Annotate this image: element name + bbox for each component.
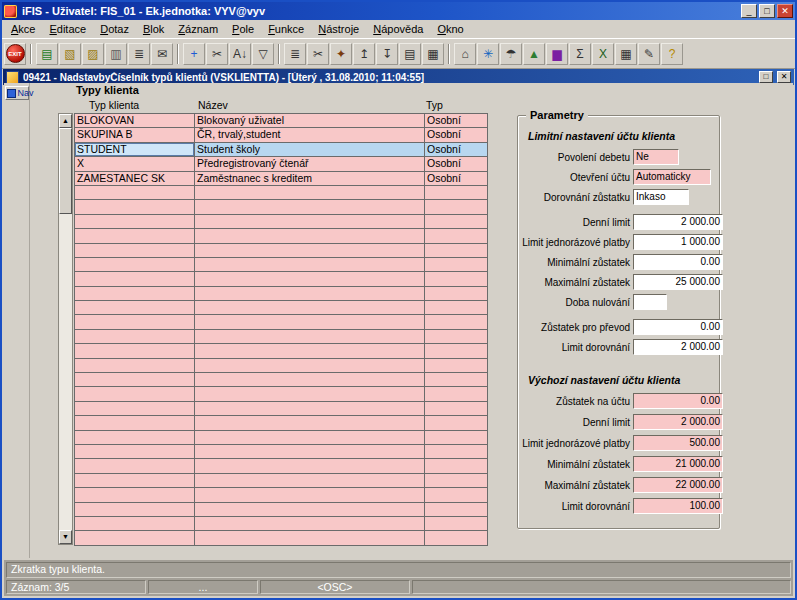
table-cell[interactable]	[425, 517, 488, 531]
close-button[interactable]: ✕	[777, 4, 793, 18]
accept-button[interactable]: ▤	[36, 43, 58, 65]
sum-button[interactable]: Σ	[569, 43, 591, 65]
table-cell[interactable]	[195, 229, 425, 243]
table-scrollbar[interactable]: ▲ ▼	[58, 113, 73, 545]
table-cell[interactable]	[75, 373, 195, 387]
table-cell[interactable]	[195, 402, 425, 416]
save-button[interactable]: ▨	[82, 43, 104, 65]
field-limit-dorovnani[interactable]: 2 000.00	[633, 339, 723, 355]
table-cell[interactable]	[195, 445, 425, 459]
table-cell[interactable]	[425, 459, 488, 473]
table-cell[interactable]	[425, 315, 488, 329]
table-cell[interactable]: Osobní	[425, 143, 488, 157]
delete-record-button[interactable]: ✂	[206, 43, 228, 65]
excel-export-button[interactable]: X	[592, 43, 614, 65]
menu-dotaz[interactable]: Dotaz	[93, 21, 136, 37]
edit-button[interactable]: ✎	[638, 43, 660, 65]
table-cell[interactable]	[75, 387, 195, 401]
calendar-button[interactable]: ▦	[615, 43, 637, 65]
table-cell[interactable]	[195, 200, 425, 214]
table-cell[interactable]	[425, 272, 488, 286]
print-list-button[interactable]: ≣	[284, 43, 306, 65]
menu-zaznam[interactable]: Záznam	[171, 21, 225, 37]
table-cell[interactable]	[195, 244, 425, 258]
field-zustatek-na-uctu[interactable]: 0.00	[633, 393, 723, 409]
table-cell[interactable]	[75, 459, 195, 473]
table-cell[interactable]	[195, 359, 425, 373]
menu-blok[interactable]: Blok	[136, 21, 171, 37]
mdi-close-button[interactable]: ✕	[777, 71, 791, 83]
table-cell[interactable]	[75, 445, 195, 459]
organizer-button[interactable]: ⌂	[454, 43, 476, 65]
table-cell[interactable]	[75, 474, 195, 488]
table-cell[interactable]: X	[75, 157, 195, 171]
menu-napoveda[interactable]: Nápověda	[366, 21, 430, 37]
table-cell[interactable]	[75, 200, 195, 214]
mdi-restore-button[interactable]: □	[759, 71, 773, 83]
table-cell[interactable]	[425, 416, 488, 430]
menu-pole[interactable]: Pole	[225, 21, 261, 37]
field-zustatek-pro-prevod[interactable]: 0.00	[633, 319, 723, 335]
table-cell[interactable]: Student školy	[195, 143, 425, 157]
table-cell[interactable]	[195, 387, 425, 401]
menu-okno[interactable]: Okno	[430, 21, 470, 37]
minimize-button[interactable]: _	[741, 4, 757, 18]
rollback-button[interactable]: ▥	[105, 43, 127, 65]
table-cell[interactable]	[425, 402, 488, 416]
table-cell[interactable]: BLOKOVAN	[75, 114, 195, 128]
print-button[interactable]: ≣	[128, 43, 150, 65]
open-folder-button[interactable]: ▧	[59, 43, 81, 65]
table-cell[interactable]	[75, 431, 195, 445]
table-cell[interactable]: Osobní	[425, 157, 488, 171]
cut-button[interactable]: ✂	[307, 43, 329, 65]
list-values-button[interactable]: ▤	[399, 43, 421, 65]
table-cell[interactable]	[425, 258, 488, 272]
nav-button[interactable]: Nav	[5, 86, 29, 100]
table-cell[interactable]	[425, 431, 488, 445]
table-cell[interactable]	[75, 229, 195, 243]
field-doba-nulovani[interactable]	[633, 294, 667, 310]
field-limit-jednorazove-platby[interactable]: 1 000.00	[633, 234, 723, 250]
table-cell[interactable]	[425, 387, 488, 401]
table-cell[interactable]: Osobní	[425, 172, 488, 186]
maximize-button[interactable]: □	[759, 4, 775, 18]
table-cell[interactable]	[75, 258, 195, 272]
snowflake-button[interactable]: ✳	[477, 43, 499, 65]
field-dorovnani-zustatku[interactable]: Inkaso	[633, 189, 689, 205]
tools-button[interactable]: ✦	[330, 43, 352, 65]
table-cell[interactable]	[425, 359, 488, 373]
exit-button[interactable]: EXIT	[4, 43, 26, 65]
table-cell[interactable]	[75, 503, 195, 517]
menu-funkce[interactable]: Funkce	[261, 21, 311, 37]
field-denni-limit-vychozi[interactable]: 2 000.00	[633, 414, 723, 430]
table-cell[interactable]	[75, 215, 195, 229]
table-cell[interactable]	[75, 315, 195, 329]
table-cell[interactable]	[75, 344, 195, 358]
table-cell[interactable]	[425, 200, 488, 214]
table-cell[interactable]: Předregistrovaný čtenář	[195, 157, 425, 171]
table-cell[interactable]: ZAMESTANEC SK	[75, 172, 195, 186]
table-cell[interactable]	[195, 474, 425, 488]
table-cell[interactable]	[425, 373, 488, 387]
table-cell[interactable]	[75, 244, 195, 258]
first-record-button[interactable]: ↥	[353, 43, 375, 65]
table-cell[interactable]	[425, 488, 488, 502]
field-minimalni-zustatek[interactable]: 0.00	[633, 254, 723, 270]
table-cell[interactable]	[425, 301, 488, 315]
help-button[interactable]: ?	[661, 43, 683, 65]
last-record-button[interactable]: ↧	[376, 43, 398, 65]
table-cell[interactable]	[75, 330, 195, 344]
table-cell[interactable]: Blokovaný uživatel	[195, 114, 425, 128]
table-cell[interactable]	[195, 503, 425, 517]
table-cell[interactable]	[195, 287, 425, 301]
table-cell[interactable]	[425, 330, 488, 344]
detail-button[interactable]: ▦	[422, 43, 444, 65]
table-cell[interactable]	[195, 431, 425, 445]
table-cell[interactable]	[425, 531, 488, 545]
table-cell[interactable]	[75, 531, 195, 545]
table-cell[interactable]	[195, 488, 425, 502]
table-cell[interactable]	[195, 344, 425, 358]
archive-button[interactable]: ▲	[523, 43, 545, 65]
table-cell[interactable]	[75, 301, 195, 315]
sort-asc-button[interactable]: A↓	[229, 43, 251, 65]
